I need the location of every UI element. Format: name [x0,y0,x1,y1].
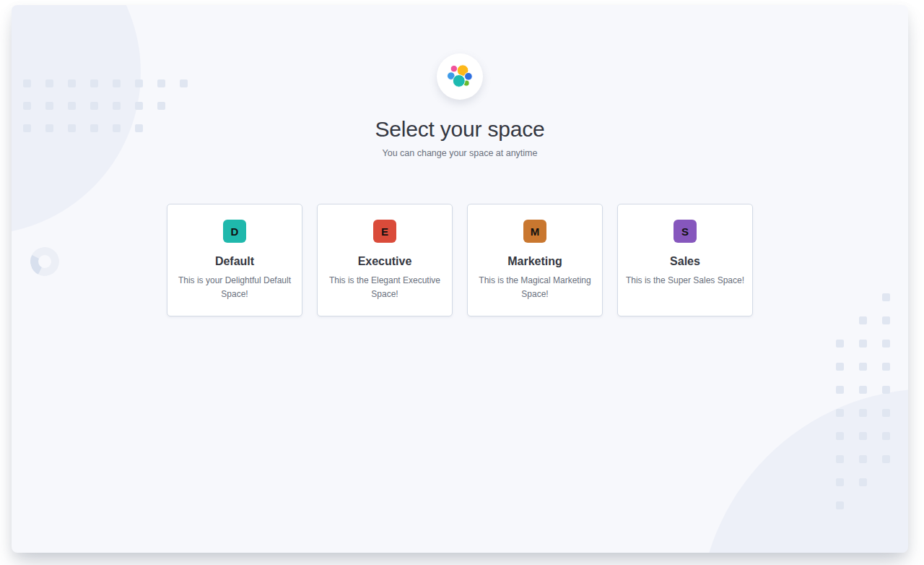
decor-dot [882,386,890,394]
decor-dot [90,79,98,87]
decor-dot [859,340,867,348]
decor-dot [45,79,53,87]
space-description: This is your Delightful Default Space! [174,274,295,301]
logo-circle [437,53,483,100]
decor-dot [836,409,844,417]
space-avatar-initial: M [531,225,540,238]
decor-dot [157,79,165,87]
space-description: This is the Super Sales Space! [624,274,746,288]
page-subtitle: You can change your space at anytime [12,147,908,160]
space-card-executive[interactable]: E Executive This is the Elegant Executiv… [317,204,453,316]
space-cards-row: D Default This is your Delightful Defaul… [12,204,908,316]
space-name: Executive [318,254,452,268]
decor-dot [859,363,867,371]
decor-dot [859,432,867,440]
decor-dot [882,409,890,417]
space-avatar-initial: S [681,225,689,238]
decor-dot [859,316,867,324]
space-name: Sales [618,254,752,268]
page-title: Select your space [12,115,908,144]
decor-dot [859,409,867,417]
decor-dot [882,316,890,324]
decor-dot [23,102,31,110]
decor-dot [859,478,867,486]
decor-dot [859,386,867,394]
decor-dot [135,102,143,110]
space-avatar: D [223,220,246,243]
space-avatar-initial: E [381,225,388,238]
decor-dot [836,340,844,348]
decor-dot [113,102,121,110]
space-card-sales[interactable]: S Sales This is the Super Sales Space! [617,204,753,316]
decor-dot [180,79,188,87]
decor-dot [68,102,76,110]
space-name: Marketing [468,254,602,268]
decor-dot [23,79,31,87]
decor-dot [836,386,844,394]
space-card-default[interactable]: D Default This is your Delightful Defaul… [167,204,302,316]
decor-dot [882,455,890,463]
decor-dot [68,79,76,87]
space-selector-panel: Select your space You can change your sp… [12,5,908,553]
space-avatar: M [523,220,546,243]
decor-dot [859,455,867,463]
space-description: This is the Magical Marketing Space! [474,274,596,301]
decor-dot [113,79,121,87]
decor-dot [882,340,890,348]
space-card-marketing[interactable]: M Marketing This is the Magical Marketin… [467,204,603,316]
space-avatar-initial: D [231,225,239,238]
space-name: Default [167,254,302,268]
decor-dot [135,79,143,87]
space-avatar: S [674,220,697,243]
space-description: This is the Elegant Executive Space! [324,274,445,301]
decor-dot [882,363,890,371]
decor-dot [882,432,890,440]
decor-dot [90,102,98,110]
decor-dot [836,478,844,486]
decor-dot [836,363,844,371]
decor-dot [836,432,844,440]
decor-circle-bottom-right [699,389,908,553]
decor-dot [157,102,165,110]
space-avatar: E [373,220,396,243]
decor-dot [836,501,844,509]
decor-dot [45,102,53,110]
elastic-logo-icon [445,62,474,91]
decor-dot [836,455,844,463]
